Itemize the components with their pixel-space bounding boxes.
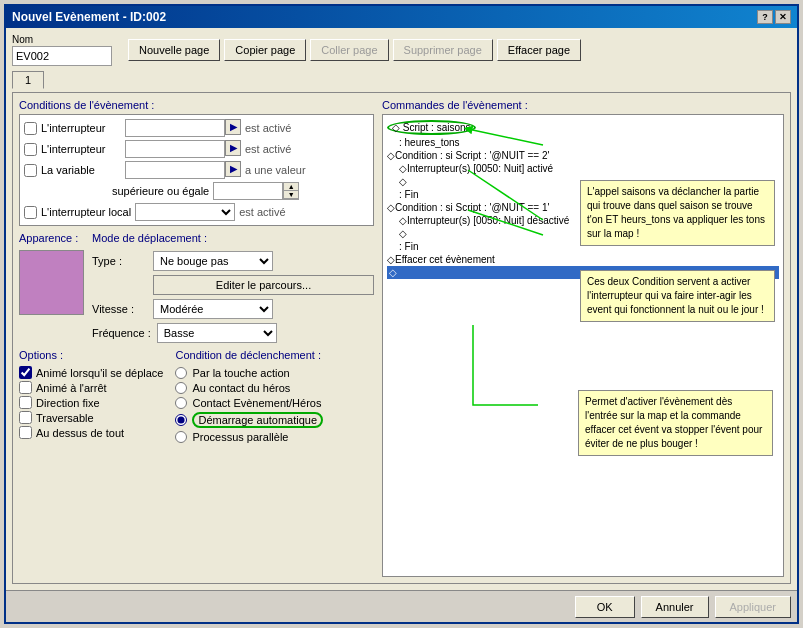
condition-2-input[interactable] (125, 140, 225, 158)
trigger-2-label: Au contact du héros (192, 382, 290, 394)
option-4-checkbox[interactable] (19, 411, 32, 424)
toolbar-buttons: Nouvelle page Copier page Coller page Su… (128, 39, 581, 61)
vitesse-select[interactable]: Modérée (153, 299, 273, 319)
spin-up[interactable]: ▲ (284, 183, 298, 191)
name-label: Nom (12, 34, 112, 45)
conditions-title: Conditions de l'évènement : (19, 99, 374, 111)
top-row: Nom Nouvelle page Copier page Coller pag… (12, 34, 791, 66)
option-1-checkbox[interactable] (19, 366, 32, 379)
annuler-button[interactable]: Annuler (641, 596, 709, 618)
nouvelle-page-button[interactable]: Nouvelle page (128, 39, 220, 61)
condition-2-label: L'interrupteur (41, 143, 121, 155)
sub-condition-label: supérieure ou égale (112, 185, 209, 197)
trigger-title: Condition de déclenchement : (175, 349, 323, 361)
condition-3-arrow[interactable]: ▶ (225, 161, 241, 177)
coller-page-button[interactable]: Coller page (310, 39, 388, 61)
annotation-1: L'appel saisons va déclancher la partie … (580, 180, 775, 246)
annotation-1-text: L'appel saisons va déclancher la partie … (587, 186, 765, 239)
movement-box: Mode de déplacement : Type : Ne bouge pa… (92, 232, 374, 343)
appliquer-button[interactable]: Appliquer (715, 596, 791, 618)
trigger-5-radio[interactable] (175, 431, 187, 443)
options-title: Options : (19, 349, 163, 361)
apparence-title: Apparence : (19, 232, 84, 244)
spinner-wrap: ▲ ▼ (213, 182, 299, 200)
trigger-2-radio[interactable] (175, 382, 187, 394)
tree-item-10-text: : Fin (399, 241, 418, 252)
bottom-options-row: Options : Animé lorsqu'il se déplace Ani… (19, 349, 374, 443)
condition-2-checkbox[interactable] (24, 143, 37, 156)
condition-2-arrow[interactable]: ▶ (225, 140, 241, 156)
type-select[interactable]: Ne bouge pas (153, 251, 273, 271)
name-input[interactable] (12, 46, 112, 66)
condition-row-2: L'interrupteur ▶ est activé (24, 140, 369, 158)
option-direction-fixe: Direction fixe (19, 396, 163, 409)
tree-item-6-text: : Fin (399, 189, 418, 200)
condition-1-input[interactable] (125, 119, 225, 137)
name-field-group: Nom (12, 34, 112, 66)
help-button[interactable]: ? (757, 10, 773, 24)
trigger-3-radio[interactable] (175, 397, 187, 409)
title-bar: Nouvel Evènement - ID:002 ? ✕ (6, 6, 797, 28)
option-2-checkbox[interactable] (19, 381, 32, 394)
condition-local-select[interactable] (135, 203, 235, 221)
spin-down[interactable]: ▼ (284, 191, 298, 199)
condition-local-label: L'interrupteur local (41, 206, 131, 218)
edit-parcours-button[interactable]: Editer le parcours... (153, 275, 374, 295)
copier-page-button[interactable]: Copier page (224, 39, 306, 61)
type-select-wrap: Ne bouge pas (153, 251, 273, 271)
condition-row-1: L'interrupteur ▶ est activé (24, 119, 369, 137)
option-3-checkbox[interactable] (19, 396, 32, 409)
supprimer-page-button[interactable]: Supprimer page (393, 39, 493, 61)
condition-1-checkbox[interactable] (24, 122, 37, 135)
condition-2-suffix: est activé (245, 143, 291, 155)
two-col-layout: Conditions de l'évènement : L'interrupte… (19, 99, 784, 577)
condition-3-input[interactable] (125, 161, 225, 179)
option-au-dessus: Au dessus de tout (19, 426, 163, 439)
apparence-preview (19, 250, 84, 315)
trigger-1: Par la touche action (175, 367, 323, 379)
vitesse-label: Vitesse : (92, 303, 147, 315)
condition-local-checkbox[interactable] (24, 206, 37, 219)
condition-3-suffix: a une valeur (245, 164, 306, 176)
frequence-select[interactable]: Basse (157, 323, 277, 343)
close-button[interactable]: ✕ (775, 10, 791, 24)
apparence-box: Apparence : (19, 232, 84, 343)
trigger-3-label: Contact Evènement/Héros (192, 397, 321, 409)
apparence-move-row: Apparence : Mode de déplacement : Type :… (19, 232, 374, 343)
condition-3-checkbox[interactable] (24, 164, 37, 177)
effacer-page-button[interactable]: Effacer page (497, 39, 581, 61)
spinner-input[interactable] (213, 182, 283, 200)
tree-item-2[interactable]: : heures_tons (387, 136, 779, 149)
ok-button[interactable]: OK (575, 596, 635, 618)
tree-item-5-text: ◇ (399, 176, 407, 187)
option-anime-deplacement: Animé lorsqu'il se déplace (19, 366, 163, 379)
spinner-arrows: ▲ ▼ (283, 182, 299, 200)
annotation-3-text: Permet d'activer l'évènement dès l'entré… (585, 396, 762, 449)
option-5-checkbox[interactable] (19, 426, 32, 439)
tree-item-11[interactable]: ◇Effacer cet évènement (387, 253, 779, 266)
commands-tree[interactable]: ◇ Script : saisons : heures_tons ◇Condit… (382, 114, 784, 577)
condition-row-3: La variable ▶ a une valeur (24, 161, 369, 179)
movement-title: Mode de déplacement : (92, 232, 374, 244)
script-oval: ◇ Script : saisons (387, 120, 476, 135)
option-traversable: Traversable (19, 411, 163, 424)
title-bar-buttons: ? ✕ (757, 10, 791, 24)
trigger-box: Condition de déclenchement : Par la touc… (175, 349, 323, 443)
dialog-content: Nom Nouvelle page Copier page Coller pag… (6, 28, 797, 590)
tab-1[interactable]: 1 (12, 71, 44, 89)
condition-1-select-wrap: ▶ (125, 119, 241, 137)
tree-item-1[interactable]: ◇ Script : saisons (387, 119, 779, 136)
tree-item-3[interactable]: ◇Condition : si Script : '@NUIT == 2' (387, 149, 779, 162)
tree-item-2-text: : heures_tons (399, 137, 460, 148)
tree-item-4[interactable]: ◇Interrupteur(s) [0050: Nuit] activé (387, 162, 779, 175)
commands-title: Commandes de l'évènement : (382, 99, 784, 111)
frequence-row: Fréquence : Basse (92, 323, 374, 343)
condition-1-label: L'interrupteur (41, 122, 121, 134)
trigger-1-label: Par la touche action (192, 367, 289, 379)
trigger-4-radio[interactable] (175, 414, 187, 426)
option-2-label: Animé à l'arrêt (36, 382, 107, 394)
frequence-label: Fréquence : (92, 327, 151, 339)
condition-3-label: La variable (41, 164, 121, 176)
condition-1-arrow[interactable]: ▶ (225, 119, 241, 135)
trigger-1-radio[interactable] (175, 367, 187, 379)
